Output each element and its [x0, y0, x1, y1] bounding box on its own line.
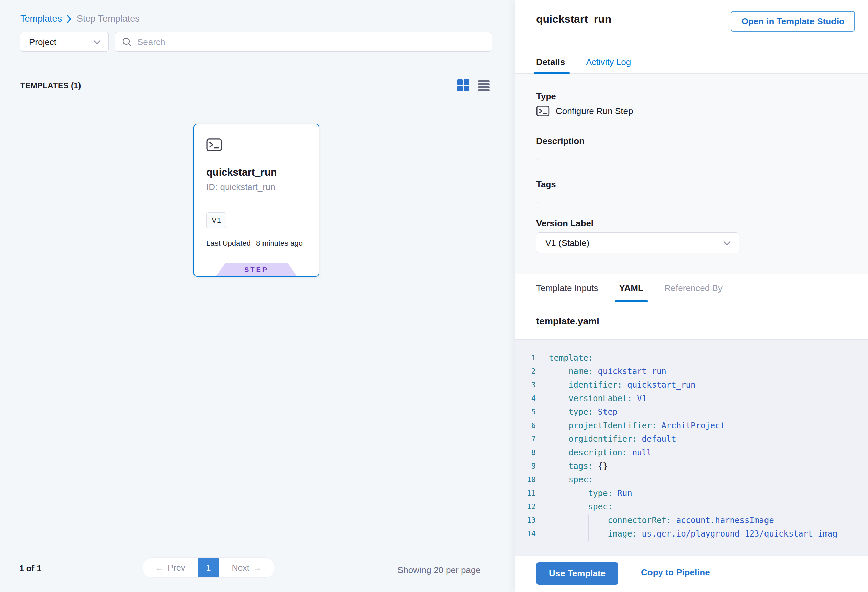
version-dropdown[interactable]: V1 (Stable) [536, 232, 739, 253]
version-label: Version Label [536, 218, 593, 229]
prev-label: Prev [168, 563, 185, 573]
code-line: 12spec: [515, 500, 868, 514]
code-line: 3identifier:quickstart_run [515, 378, 868, 392]
panel-header: quickstart_run Open in Template Studio [515, 0, 868, 51]
scope-dropdown[interactable]: Project [20, 32, 109, 52]
arrow-left-icon: ← [155, 563, 164, 573]
code-line: 6projectIdentifier:ArchitProject [515, 419, 868, 433]
code-line: 13connectorRef:account.harnessImage [515, 514, 868, 527]
filter-row: Project [20, 32, 492, 52]
code-line: 4versionLabel:V1 [515, 392, 868, 405]
code-line: 2name:quickstart_run [515, 365, 868, 378]
last-updated-row: Last Updated 8 minutes ago [206, 239, 306, 248]
page-1-button[interactable]: 1 [198, 558, 219, 577]
templates-count-header: TEMPLATES (1) [20, 81, 81, 90]
search-icon [122, 37, 132, 47]
type-value: Configure Run Step [556, 106, 633, 117]
prev-page-button[interactable]: ← Prev [142, 558, 198, 577]
breadcrumb-current: Step Templates [77, 13, 140, 24]
panel-action-bar: Use Template Copy to Pipeline [515, 555, 868, 592]
template-card[interactable]: quickstart_run ID: quickstart_run V1 Las… [193, 124, 319, 277]
tab-yaml[interactable]: YAML [619, 274, 644, 302]
breadcrumb-chevron-icon [66, 15, 72, 23]
details-section: Type Configure Run Step Description - Ta… [515, 74, 868, 274]
last-updated-label: Last Updated [206, 239, 251, 248]
yaml-tabbar: Template Inputs YAML Referenced By [515, 274, 868, 303]
search-box [115, 32, 492, 52]
type-label: Type [536, 92, 556, 102]
tags-value: - [536, 197, 539, 208]
tab-referenced-by[interactable]: Referenced By [664, 274, 723, 302]
template-details-panel: quickstart_run Open in Template Studio D… [515, 0, 868, 592]
per-page-summary: Showing 20 per page [397, 565, 481, 576]
code-line: 8description:null [515, 446, 868, 459]
code-line: 14image:us.gcr.io/playground-123/quickst… [515, 527, 868, 540]
result-count: 1 of 1 [19, 564, 41, 573]
terminal-step-icon [536, 105, 550, 117]
copy-to-pipeline-link[interactable]: Copy to Pipeline [641, 567, 710, 578]
yaml-file-header: template.yaml [515, 303, 868, 340]
code-line: 5type:Step [515, 405, 868, 419]
next-label: Next [232, 563, 249, 573]
use-template-button[interactable]: Use Template [536, 562, 619, 585]
search-input[interactable] [137, 37, 485, 47]
code-line: 10spec: [515, 473, 868, 486]
version-dropdown-value: V1 (Stable) [545, 238, 589, 248]
version-badge: V1 [206, 213, 226, 228]
details-tabbar: Details Activity Log [515, 51, 868, 74]
yaml-file-name: template.yaml [536, 316, 599, 327]
code-line: 11type:Run [515, 486, 868, 500]
tab-template-inputs[interactable]: Template Inputs [536, 274, 598, 302]
type-value-row: Configure Run Step [536, 105, 633, 117]
view-toggles [457, 79, 490, 92]
panel-title: quickstart_run [536, 13, 611, 25]
open-in-template-studio-button[interactable]: Open in Template Studio [731, 11, 855, 32]
templates-list-pane: Templates Step Templates Project TEMPLAT… [0, 0, 515, 592]
step-type-badge: STEP [216, 263, 297, 276]
chevron-down-icon [93, 40, 101, 44]
breadcrumb-templates-link[interactable]: Templates [20, 13, 62, 24]
grid-view-icon[interactable] [457, 79, 469, 92]
next-page-button[interactable]: Next → [219, 558, 275, 577]
arrow-right-icon: → [253, 563, 262, 573]
editor-scrollbar[interactable] [860, 348, 860, 546]
code-line: 7orgIdentifier:default [515, 433, 868, 446]
description-label: Description [536, 136, 585, 146]
tab-activity-log[interactable]: Activity Log [586, 51, 631, 74]
template-card-title: quickstart_run [206, 167, 306, 178]
code-line: 1template: [515, 351, 868, 365]
chevron-down-icon [723, 241, 731, 245]
yaml-code: 1template:2name:quickstart_run3identifie… [515, 351, 868, 540]
last-updated-value: 8 minutes ago [256, 239, 303, 248]
terminal-step-icon [206, 138, 306, 152]
scope-dropdown-value: Project [29, 37, 56, 47]
tab-details[interactable]: Details [536, 51, 565, 74]
tags-label: Tags [536, 179, 556, 190]
pagination: ← Prev 1 Next → [142, 558, 275, 578]
list-view-icon[interactable] [478, 80, 490, 91]
breadcrumb: Templates Step Templates [20, 13, 140, 24]
template-card-id: ID: quickstart_run [206, 182, 306, 192]
code-line: 9tags:{} [515, 459, 868, 473]
yaml-editor[interactable]: 1template:2name:quickstart_run3identifie… [515, 340, 868, 555]
description-value: - [536, 154, 539, 165]
